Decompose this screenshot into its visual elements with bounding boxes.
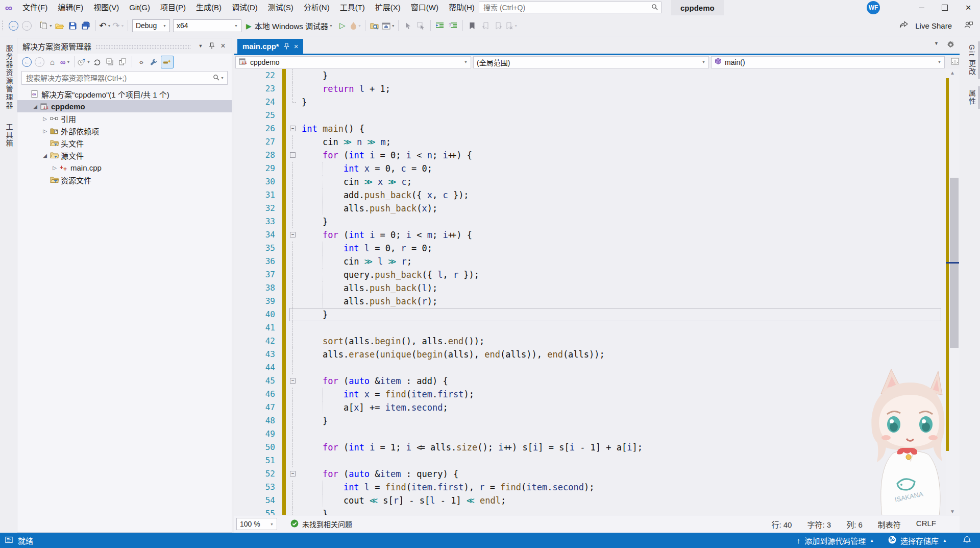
- open-folder-icon[interactable]: [54, 19, 66, 32]
- code-brackets-icon[interactable]: ‹›: [135, 56, 147, 68]
- scroll-down-arrow-icon[interactable]: ▼: [945, 509, 960, 514]
- menu-item[interactable]: 测试(S): [263, 0, 299, 15]
- menu-item[interactable]: 生成(B): [191, 0, 227, 15]
- project-dropdown[interactable]: ++ cppdemo▼: [235, 56, 471, 68]
- track-active-icon[interactable]: [161, 56, 174, 68]
- code-line[interactable]: 43 alls.erase(unique(begin(alls), end(al…: [234, 348, 945, 361]
- solution-search-box[interactable]: ▼: [21, 71, 228, 85]
- save-all-icon[interactable]: [80, 19, 92, 32]
- platform-combo[interactable]: x64▼: [173, 19, 241, 32]
- editor-vertical-scrollbar[interactable]: ▲ ▼: [945, 69, 960, 515]
- collapse-region-icon[interactable]: −: [290, 152, 296, 158]
- code-line[interactable]: 23 return l + 1;: [234, 82, 945, 96]
- tab-list-chevron-icon[interactable]: ▼: [934, 41, 939, 51]
- outlining-margin[interactable]: −: [286, 149, 300, 162]
- collapse-region-icon[interactable]: −: [290, 232, 296, 237]
- close-tab-icon[interactable]: ×: [294, 42, 299, 51]
- pin-icon[interactable]: [206, 40, 217, 52]
- code-line[interactable]: 39 alls.push_back(r);: [234, 295, 945, 308]
- code-line[interactable]: 30 cin >> x >> c;: [234, 175, 945, 188]
- right-strip-tab[interactable]: Git 更改: [966, 39, 977, 81]
- task-list-icon[interactable]: [5, 536, 13, 545]
- outlining-margin[interactable]: −: [286, 467, 300, 481]
- minimize-button[interactable]: [910, 0, 933, 15]
- code-line[interactable]: 49: [234, 427, 945, 441]
- tree-item--[interactable]: ▷引用: [17, 112, 232, 125]
- code-line[interactable]: 52− for (auto &item : query) {: [234, 467, 945, 481]
- menu-item[interactable]: 调试(D): [227, 0, 263, 15]
- format-attrib-icon[interactable]: ?: [447, 19, 459, 32]
- notifications-button[interactable]: [954, 533, 980, 548]
- code-line[interactable]: 41: [234, 321, 945, 335]
- code-line[interactable]: 42 sort(alls.begin(), alls.end());: [234, 335, 945, 348]
- code-line[interactable]: 33 }: [234, 215, 945, 228]
- home-window-icon[interactable]: ▼: [382, 19, 395, 32]
- tree-item-cppdemo[interactable]: ◢++cppdemo: [17, 100, 232, 112]
- collapse-region-icon[interactable]: −: [290, 471, 296, 476]
- folder-search-icon[interactable]: [369, 19, 381, 32]
- document-health-indicator[interactable]: 未找到相关问题: [290, 519, 352, 529]
- format-indent-icon[interactable]: [434, 19, 446, 32]
- right-strip-tab[interactable]: 属性: [966, 84, 977, 111]
- forward-circle-icon[interactable]: →: [20, 19, 33, 32]
- code-line[interactable]: 22 }: [234, 69, 945, 82]
- member-dropdown[interactable]: main()▼: [711, 56, 945, 68]
- code-line[interactable]: 44: [234, 361, 945, 374]
- gear-icon[interactable]: [947, 41, 954, 51]
- code-line[interactable]: 46 int x = find(item.first);: [234, 388, 945, 401]
- home-icon[interactable]: ⌂: [46, 56, 58, 68]
- pin-tab-icon[interactable]: [284, 43, 289, 50]
- code-line[interactable]: 50 for (int i = 1; i <= alls.size(); i++…: [234, 441, 945, 454]
- close-button[interactable]: ×: [957, 0, 980, 15]
- restore-button[interactable]: [933, 0, 957, 15]
- scope-dropdown[interactable]: (全局范围)▼: [473, 56, 709, 68]
- left-strip-tab[interactable]: 工具箱: [3, 118, 14, 153]
- code-line[interactable]: 28− for (int i = 0; i < n; i++) {: [234, 149, 945, 162]
- outlining-margin[interactable]: −: [286, 228, 300, 242]
- code-line[interactable]: 29 int x = 0, c = 0;: [234, 162, 945, 175]
- code-line[interactable]: 45− for (auto &item : add) {: [234, 374, 945, 388]
- undo-icon[interactable]: ↶▼: [99, 19, 111, 32]
- code-line[interactable]: 53 int l = find(item.first), r = find(it…: [234, 481, 945, 494]
- show-all-files-icon[interactable]: [117, 56, 129, 68]
- tab-main-cpp[interactable]: main.cpp* ×: [237, 39, 303, 54]
- back-circle-icon[interactable]: ←: [7, 19, 19, 32]
- code-line[interactable]: 24}: [234, 96, 945, 109]
- menu-item[interactable]: 编辑(E): [53, 0, 88, 15]
- code-line[interactable]: 54 cout << s[r] - s[l - 1] << endl;: [234, 494, 945, 507]
- wrench-icon[interactable]: [148, 56, 160, 68]
- quick-search-box[interactable]: [479, 2, 662, 13]
- collapse-arrow-icon[interactable]: ◢: [41, 153, 49, 158]
- cursor-arrow-icon[interactable]: [402, 19, 414, 32]
- add-to-source-control-button[interactable]: ↑ 添加到源代码管理 ▲: [790, 533, 881, 548]
- code-editor[interactable]: ISAKANA 22 }23 return l + 1;24}2526−int …: [234, 69, 945, 515]
- bookmark-prev-icon[interactable]: [479, 19, 492, 32]
- code-line[interactable]: 36 cin >> l >> r;: [234, 255, 945, 268]
- pending-filter-icon[interactable]: ▼: [78, 56, 90, 68]
- tree-item--[interactable]: ◢源文件: [17, 149, 232, 161]
- solution-search-input[interactable]: [25, 74, 213, 83]
- save-icon[interactable]: [67, 19, 79, 32]
- user-avatar[interactable]: WF: [867, 1, 880, 14]
- menu-item[interactable]: 窗口(W): [406, 0, 444, 15]
- panel-menu-chevron-icon[interactable]: ▼: [195, 40, 206, 52]
- left-strip-tab[interactable]: 服务器资源管理器: [3, 39, 14, 115]
- code-line[interactable]: 27 cin >> n >> m;: [234, 135, 945, 149]
- quick-search-input[interactable]: [482, 3, 651, 12]
- expand-arrow-icon[interactable]: ▷: [51, 165, 59, 171]
- start-debugging-button[interactable]: ▶ 本地 Windows 调试器 ▼: [243, 19, 336, 32]
- panel-drag-area[interactable]: [95, 44, 191, 50]
- panel-close-icon[interactable]: ×: [217, 40, 229, 52]
- sync-icon[interactable]: [91, 56, 103, 68]
- doc-info-item[interactable]: 制表符: [878, 519, 901, 530]
- tree-item--[interactable]: 头文件: [17, 137, 232, 149]
- outlining-margin[interactable]: −: [286, 122, 300, 135]
- feedback-icon[interactable]: [964, 21, 973, 30]
- code-line[interactable]: 55 }: [234, 507, 945, 515]
- debug-configuration-combo[interactable]: Debug▼: [132, 19, 170, 32]
- code-line[interactable]: 37 query.push_back({ l, r });: [234, 268, 945, 281]
- zoom-level-combo[interactable]: 100 %▼: [236, 518, 277, 530]
- code-line[interactable]: 26−int main() {: [234, 122, 945, 135]
- code-line[interactable]: 25: [234, 109, 945, 122]
- cursor-box-icon[interactable]: [415, 19, 427, 32]
